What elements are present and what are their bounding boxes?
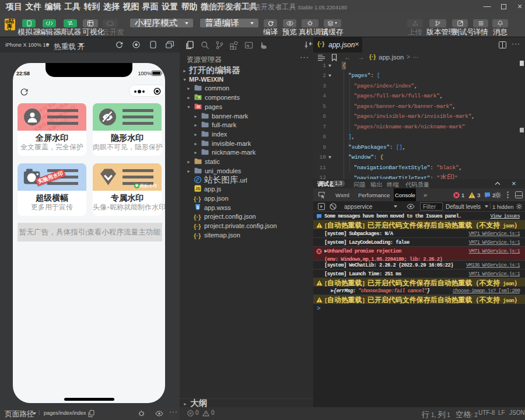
svg-text:JS: JS bbox=[195, 187, 201, 191]
svg-text:S: S bbox=[197, 205, 200, 209]
